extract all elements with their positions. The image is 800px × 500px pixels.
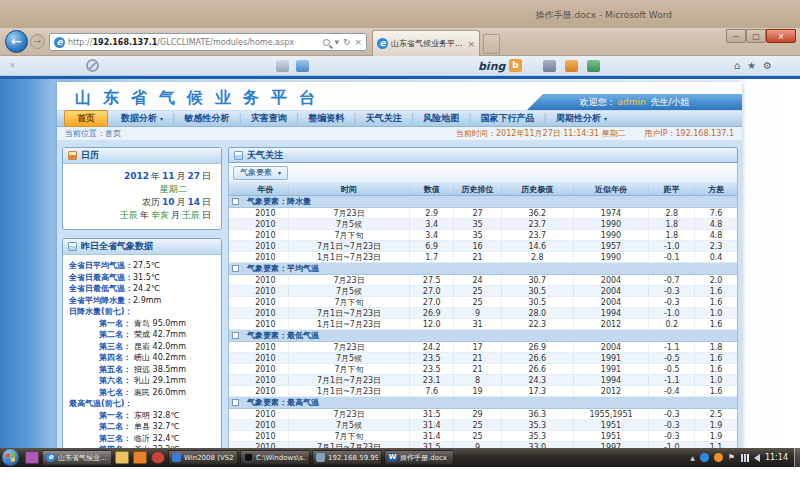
tab-title: 山东省气候业务平... bbox=[391, 38, 465, 49]
chevron-down-icon: ▾ bbox=[160, 115, 163, 122]
refresh-icon[interactable]: ↻ bbox=[343, 37, 351, 47]
tab-close-icon[interactable]: × bbox=[467, 39, 475, 49]
calendar-panel-header: 日历 bbox=[63, 148, 221, 164]
messenger-icon[interactable] bbox=[700, 453, 709, 462]
stop-icon[interactable]: × bbox=[354, 37, 362, 47]
people-icon[interactable] bbox=[587, 60, 600, 72]
desktop-screen: 操作手册.docx - Microsoft Word ← → e http://… bbox=[0, 0, 800, 467]
start-button[interactable] bbox=[2, 449, 19, 466]
pc-icon bbox=[316, 453, 325, 462]
close-button[interactable]: × bbox=[766, 29, 796, 43]
taskbar-pinned-app-orange-icon[interactable] bbox=[133, 451, 147, 464]
table-row: 20107月1日~7月23日23.1824.31994-1.11.0 bbox=[229, 375, 737, 386]
calendar-line-0: 2012年11月27日 bbox=[67, 170, 211, 183]
main-content: 天气关注 气象要素 ▾ 年份时间数值历史排位历史极值近似年份距平方差气象要素：降… bbox=[228, 147, 738, 451]
rank-line: 第一名：青岛 95.0mm bbox=[69, 318, 218, 330]
table-row: 20107月23日24.21726.92004-1.11.8 bbox=[229, 342, 737, 353]
forward-button[interactable]: → bbox=[30, 34, 45, 49]
table-toolbar: 气象要素 ▾ bbox=[229, 163, 737, 183]
taskbar-pinned-app-icon[interactable] bbox=[25, 451, 39, 464]
taskbar-pinned-app-round-icon[interactable] bbox=[151, 451, 165, 464]
group-checkbox[interactable] bbox=[232, 265, 239, 272]
table-row: 20107月23日27.52430.72004-0.72.0 bbox=[229, 275, 737, 286]
table-row: 20107月1日~7月23日6.91614.61957-1.02.3 bbox=[229, 241, 737, 252]
close-pane-icon[interactable]: × bbox=[9, 61, 16, 70]
weather-panel-title: 昨日全省气象数据 bbox=[81, 240, 153, 253]
bing-logo[interactable]: bing bbox=[478, 60, 505, 73]
home-icon[interactable]: ⌂ bbox=[734, 60, 740, 71]
maximize-button[interactable]: □ bbox=[746, 29, 766, 43]
nav-item-1[interactable]: 数据分析▾ bbox=[113, 112, 171, 125]
blocked-popup-icon[interactable] bbox=[86, 59, 99, 72]
chevron-down-icon: ▾ bbox=[604, 115, 607, 122]
table-row: 20101月1日~7月23日12.03122.320120.21.6 bbox=[229, 319, 737, 330]
mail-icon[interactable] bbox=[296, 60, 309, 72]
weather-panel-body: 全省日平均气温：27.5℃全省日最高气温：31.5℃全省日最低气温：24.2℃全… bbox=[63, 255, 221, 451]
table-row: 20107月23日31.52936.31955,1951-0.32.5 bbox=[229, 409, 737, 420]
paw-icon[interactable] bbox=[565, 60, 578, 72]
table-row: 20107月5候31.42535.31951-0.31.9 bbox=[229, 420, 737, 431]
address-bar[interactable]: e http://192.168.137.1/GLCCLIMATE/module… bbox=[49, 33, 367, 51]
nav-item-8[interactable]: 周期性分析▾ bbox=[548, 112, 615, 125]
tools-gear-icon[interactable]: ⚙ bbox=[763, 60, 772, 71]
element-dropdown-button[interactable]: 气象要素 ▾ bbox=[233, 166, 288, 180]
network-icon[interactable] bbox=[740, 454, 749, 462]
browser-tab[interactable]: e 山东省气候业务平... × bbox=[372, 30, 480, 56]
stat-line: 全省日最高气温：31.5℃ bbox=[69, 272, 218, 284]
taskbar-window-button-8[interactable]: W操作手册.docx ... bbox=[384, 450, 454, 465]
ie-icon: e bbox=[46, 453, 55, 462]
back-button[interactable]: ← bbox=[5, 30, 28, 53]
table-header-row: 年份时间数值历史排位历史极值近似年份距平方差 bbox=[229, 183, 737, 196]
nav-item-2[interactable]: 敏感性分析 bbox=[176, 112, 237, 125]
taskbar-window-button-7[interactable]: 192.168.59.99... bbox=[312, 450, 382, 465]
user-ip: 用户IP：192.168.137.1 bbox=[644, 129, 734, 138]
printer-icon[interactable] bbox=[276, 60, 289, 72]
rank-line: 第二名：单县 32.7℃ bbox=[69, 421, 218, 433]
minimize-button[interactable]: ─ bbox=[726, 29, 746, 43]
taskbar-clock[interactable]: 11:14 bbox=[765, 453, 788, 462]
weather-data-table: 年份时间数值历史排位历史极值近似年份距平方差气象要素：降水量20107月23日2… bbox=[229, 183, 737, 451]
rank-section-title: 日降水量(前七)： bbox=[69, 306, 218, 318]
current-time: 当前时间：2012年11月27日 11:14:31 星期二 bbox=[456, 129, 626, 138]
calendar-body: 2012年11月27日星期二农历10月14日壬辰年辛亥月壬辰日 bbox=[63, 164, 221, 229]
security-icon[interactable] bbox=[714, 453, 723, 462]
bing-b-icon[interactable]: b bbox=[509, 59, 522, 72]
table-row: 20107月1日~7月23日26.9928.01994-1.01.0 bbox=[229, 308, 737, 319]
table-row: 20107月23日2.92736.219742.87.6 bbox=[229, 208, 737, 219]
background-word-window[interactable]: 操作手册.docx - Microsoft Word bbox=[0, 0, 800, 28]
taskbar-window-button-6[interactable]: C:\Windows\s... bbox=[240, 450, 310, 465]
ie-icon: e bbox=[54, 37, 65, 48]
new-tab-button[interactable] bbox=[483, 34, 500, 54]
speaker-icon[interactable] bbox=[754, 454, 760, 462]
table-row: 20107月下旬23.52126.61991-0.51.6 bbox=[229, 364, 737, 375]
nav-item-0[interactable]: 首页 bbox=[64, 110, 108, 127]
group-checkbox[interactable] bbox=[232, 399, 239, 406]
rank-line: 第四名：崂山 40.2mm bbox=[69, 352, 218, 364]
favorites-star-icon[interactable]: ★ bbox=[747, 60, 756, 71]
wallet-icon[interactable] bbox=[543, 60, 556, 72]
taskbar: e山东省气候业...Win2008 (VS2...C:\Windows\s...… bbox=[0, 448, 800, 467]
breadcrumb: 当前位置：首页 bbox=[65, 128, 121, 139]
table-row: 20101月1日~7月23日7.61917.32012-0.41.6 bbox=[229, 386, 737, 397]
nav-item-4[interactable]: 整编资料 bbox=[300, 112, 352, 125]
element-button-label: 气象要素 bbox=[240, 167, 272, 178]
group-checkbox[interactable] bbox=[232, 198, 239, 205]
username: admin bbox=[617, 97, 645, 107]
chevron-down-icon[interactable]: ▾ bbox=[334, 37, 339, 47]
nav-item-6[interactable]: 风险地图 bbox=[415, 112, 467, 125]
group-checkbox[interactable] bbox=[232, 332, 239, 339]
taskbar-window-button-1[interactable]: e山东省气候业... bbox=[42, 450, 112, 465]
nav-item-7[interactable]: 国家下行产品 bbox=[473, 112, 543, 125]
group-row: 气象要素：平均气温 bbox=[229, 263, 737, 275]
taskbar-explorer-folder-icon[interactable] bbox=[115, 451, 129, 464]
search-icon[interactable] bbox=[323, 39, 330, 46]
taskbar-window-button-5[interactable]: Win2008 (VS2... bbox=[168, 450, 238, 465]
nav-item-5[interactable]: 天气关注 bbox=[358, 112, 410, 125]
welcome-prefix: 欢迎您： bbox=[579, 97, 615, 107]
weather-panel-header: 昨日全省气象数据 bbox=[63, 239, 221, 255]
hidden-icons-caret[interactable]: ▲ bbox=[690, 454, 695, 461]
action-center-flag-icon[interactable]: ⚑ bbox=[728, 453, 735, 462]
group-row: 气象要素：降水量 bbox=[229, 196, 737, 208]
nav-item-3[interactable]: 灾害查询 bbox=[243, 112, 295, 125]
show-desktop-button[interactable] bbox=[794, 448, 800, 467]
